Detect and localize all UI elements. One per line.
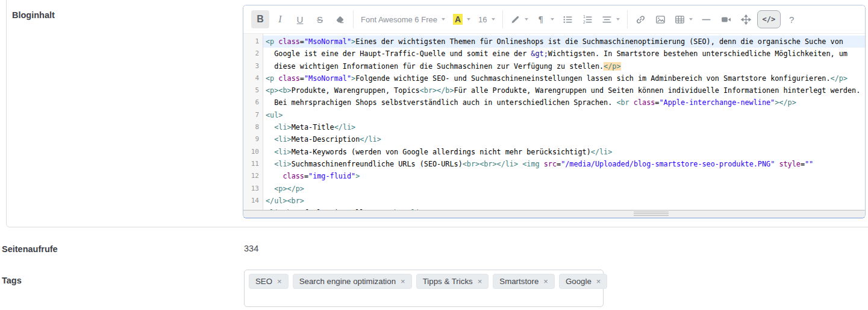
- line-number-gutter: 123456789101112131415: [243, 34, 263, 210]
- ordered-list-button[interactable]: 12: [579, 10, 597, 28]
- remove-tag-button[interactable]: ×: [596, 277, 601, 286]
- line-number: 3: [243, 60, 263, 72]
- tag-chip-label: Smartstore: [499, 277, 539, 286]
- italic-button[interactable]: I: [271, 10, 289, 28]
- remove-tag-button[interactable]: ×: [543, 277, 548, 286]
- font-family-label: Font Awesome 6 Free: [361, 15, 437, 24]
- underline-button[interactable]: U: [291, 10, 309, 28]
- remove-tag-button[interactable]: ×: [401, 277, 405, 286]
- tags-label: Tags: [2, 276, 22, 285]
- code-line: class="img-fluid">: [263, 170, 865, 182]
- paragraph-icon: ¶: [536, 14, 546, 25]
- code-line: <li>Suchmaschinenfreundliche URLs (SEO-U…: [263, 158, 865, 170]
- code-line: <ul>: [263, 109, 865, 121]
- arrows-icon: [741, 14, 751, 25]
- code-line: <li>Meta-Keywords (werden von Google all…: [263, 146, 865, 158]
- font-color-label: A: [453, 14, 463, 25]
- picture-button[interactable]: [652, 10, 670, 28]
- chevron-down-icon: [616, 18, 620, 21]
- strikethrough-button[interactable]: S: [311, 10, 329, 28]
- unordered-list-button[interactable]: [559, 10, 577, 28]
- strikethrough-label: S: [317, 14, 323, 25]
- pencil-icon: [510, 14, 520, 25]
- style-pencil-button[interactable]: [507, 10, 531, 28]
- page-views-label: Seitenaufrufe: [2, 244, 58, 254]
- horizontal-rule-button[interactable]: [698, 10, 716, 28]
- code-line: <p></p>: [263, 183, 865, 195]
- table-icon: [675, 14, 685, 25]
- tag-chip: SEO×: [249, 274, 289, 289]
- minus-icon: [701, 14, 711, 25]
- blog-content-label: Bloginhalt: [12, 10, 55, 20]
- chevron-down-icon: [689, 18, 693, 21]
- toolbar-group: Font Awesome 6 FreeA16: [353, 10, 502, 28]
- code-editor-area[interactable]: <p class="MsoNormal">Eines der wichtigst…: [263, 34, 865, 210]
- line-number: 2: [243, 48, 263, 60]
- table-button[interactable]: [672, 10, 696, 28]
- image-icon: [655, 14, 666, 25]
- italic-label: I: [278, 14, 281, 25]
- code-line: <li>Meta-Description</li>: [263, 133, 865, 145]
- tag-chip-label: Google: [566, 277, 592, 286]
- alignment-button[interactable]: [599, 10, 623, 28]
- line-number: 4: [243, 72, 263, 84]
- list-ul-icon: [563, 14, 573, 25]
- chevron-down-icon: [492, 18, 495, 21]
- editor-statusbar: [243, 210, 865, 218]
- line-number: 1: [243, 36, 263, 48]
- code-line: <p class="MsoNormal">Folgende wichtige S…: [263, 72, 865, 84]
- underline-label: U: [297, 14, 304, 25]
- tag-chip: Google×: [559, 274, 607, 289]
- tag-chip: Smartstore×: [493, 274, 555, 289]
- chevron-down-icon: [467, 18, 470, 21]
- link-button[interactable]: [632, 10, 650, 28]
- video-button[interactable]: [717, 10, 735, 28]
- code-line: <p class="MsoNormal">Eines der wichtigst…: [263, 36, 865, 48]
- line-number: 8: [243, 121, 263, 133]
- remove-tag-button[interactable]: ×: [478, 277, 482, 286]
- clear-formatting-button[interactable]: [331, 10, 349, 28]
- help-button[interactable]: ?: [782, 10, 801, 28]
- line-number: 13: [243, 183, 263, 195]
- link-icon: [635, 14, 646, 25]
- toolbar-group: </>?: [627, 10, 805, 28]
- paragraph-style-button[interactable]: ¶: [533, 10, 557, 28]
- font-size-button[interactable]: 16: [475, 10, 498, 28]
- tag-chip-label: Search engine optimization: [299, 277, 396, 286]
- code-line: diese wichtigen Informationen für die Su…: [263, 60, 865, 72]
- tag-chip: Search engine optimization×: [293, 274, 412, 289]
- summernote-editor: BIUSFont Awesome 6 FreeA16¶12</>? 123456…: [243, 5, 866, 218]
- help-label: ?: [789, 14, 794, 25]
- line-number: 10: [243, 146, 263, 158]
- line-number: 6: [243, 96, 263, 109]
- code-line: Bei mehrsprachigen Shops selbstverständl…: [263, 96, 865, 109]
- code-mirror: 123456789101112131415 <p class="MsoNorma…: [243, 34, 865, 210]
- chevron-down-icon: [551, 18, 554, 21]
- chevron-down-icon: [525, 18, 528, 21]
- tag-chip: Tipps & Tricks×: [416, 274, 489, 289]
- svg-text:¶: ¶: [538, 14, 543, 24]
- editor-toolbar: BIUSFont Awesome 6 FreeA16¶12</>?: [243, 5, 865, 34]
- align-icon: [602, 14, 612, 25]
- toolbar-group: BIUS: [247, 10, 353, 28]
- remove-tag-button[interactable]: ×: [277, 277, 282, 286]
- list-ol-icon: 12: [582, 14, 593, 25]
- code-view-label: </>: [763, 15, 776, 24]
- font-family-button[interactable]: Font Awesome 6 Free: [358, 10, 448, 28]
- resize-handle-icon[interactable]: [634, 212, 669, 217]
- code-line: Google ist eine der Haupt-Traffic-Quelle…: [263, 48, 865, 60]
- eraser-icon: [335, 14, 345, 25]
- font-color-button[interactable]: A: [450, 10, 473, 28]
- bold-label: B: [257, 14, 264, 25]
- chevron-down-icon: [442, 18, 445, 21]
- bold-button[interactable]: B: [251, 10, 269, 28]
- move-button[interactable]: [737, 10, 755, 28]
- svg-text:1: 1: [583, 14, 585, 19]
- toolbar-group: ¶12: [502, 10, 627, 28]
- tags-input[interactable]: SEO×Search engine optimization×Tipps & T…: [244, 270, 604, 307]
- svg-text:2: 2: [583, 19, 585, 24]
- line-number: 9: [243, 133, 263, 145]
- line-number: 5: [243, 84, 263, 96]
- code-view-button[interactable]: </>: [757, 10, 781, 28]
- font-size-label: 16: [478, 15, 487, 24]
